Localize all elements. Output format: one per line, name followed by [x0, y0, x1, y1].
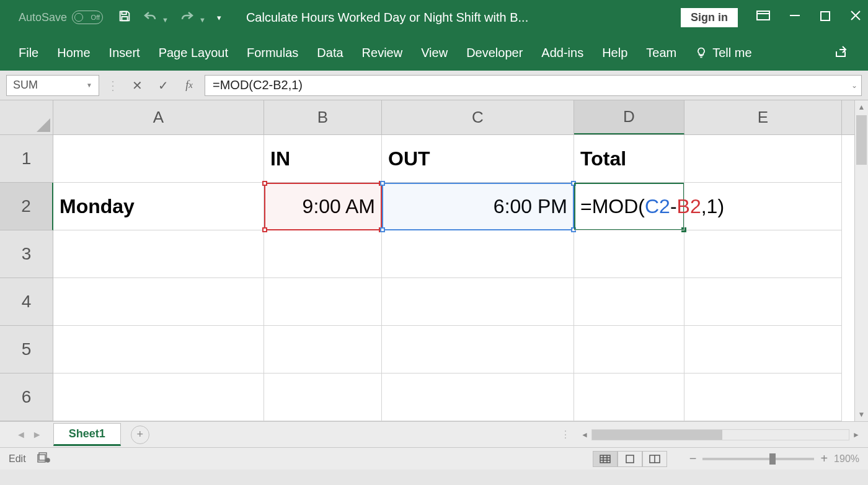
minimize-icon[interactable]	[789, 9, 801, 25]
cell-c3[interactable]	[382, 230, 574, 278]
vscroll-track[interactable]	[855, 114, 868, 408]
zoom-percent[interactable]: 190%	[834, 453, 859, 465]
cell-e4[interactable]	[684, 278, 842, 326]
add-sheet-button[interactable]: +	[131, 426, 149, 444]
formula-input[interactable]: =MOD(C2-B2,1) ⌄	[205, 75, 862, 96]
cells-area[interactable]: IN OUT Total Monday 9:00 AM 6:00 PM =MOD…	[53, 135, 854, 421]
chevron-down-icon[interactable]: ▼	[86, 82, 92, 89]
cell-b5[interactable]	[264, 326, 382, 374]
column-header-c[interactable]: C	[382, 100, 574, 134]
row-header-4[interactable]: 4	[0, 278, 53, 326]
scroll-down-icon[interactable]: ▼	[855, 408, 868, 421]
view-page-break-icon[interactable]	[642, 451, 667, 467]
tab-data[interactable]: Data	[317, 46, 343, 60]
tab-developer[interactable]: Developer	[466, 46, 523, 60]
ribbon-display-icon[interactable]	[756, 9, 770, 25]
autosave-toggle[interactable]: AutoSave Off	[19, 11, 103, 24]
zoom-thumb[interactable]	[769, 453, 776, 465]
cell-a4[interactable]	[53, 278, 264, 326]
tab-view[interactable]: View	[421, 46, 448, 60]
name-box[interactable]: SUM ▼	[6, 75, 99, 96]
vertical-scrollbar[interactable]: ▲ ▼	[854, 100, 868, 421]
cell-a6[interactable]	[53, 374, 264, 421]
zoom-out-button[interactable]: −	[689, 452, 697, 466]
row-header-5[interactable]: 5	[0, 326, 53, 374]
row-header-3[interactable]: 3	[0, 230, 53, 278]
cell-e6[interactable]	[684, 374, 842, 421]
cell-d3[interactable]	[574, 230, 684, 278]
cell-b6[interactable]	[264, 374, 382, 421]
sheet-tab-sheet1[interactable]: Sheet1	[53, 423, 121, 446]
cell-e5[interactable]	[684, 326, 842, 374]
cell-e1[interactable]	[684, 135, 842, 183]
maximize-icon[interactable]	[820, 9, 831, 25]
save-icon[interactable]	[118, 9, 131, 26]
enter-formula-icon[interactable]: ✓	[153, 75, 174, 96]
hscroll-thumb[interactable]	[592, 430, 722, 440]
undo-icon[interactable]: ▼	[143, 10, 169, 25]
horizontal-scrollbar[interactable]: ◄ ►	[578, 429, 863, 441]
svg-rect-15	[626, 455, 634, 463]
cell-a1[interactable]	[53, 135, 264, 183]
cell-d1[interactable]: Total	[574, 135, 684, 183]
view-page-layout-icon[interactable]	[618, 451, 642, 467]
vscroll-thumb[interactable]	[856, 115, 867, 165]
tab-add-ins[interactable]: Add-ins	[541, 46, 583, 60]
cell-d2[interactable]: =MOD(C2-B2,1)	[574, 183, 684, 230]
tab-review[interactable]: Review	[362, 46, 403, 60]
scroll-up-icon[interactable]: ▲	[855, 100, 868, 114]
sign-in-button[interactable]: Sign in	[681, 8, 738, 27]
row-header-2[interactable]: 2	[0, 183, 53, 230]
cell-b1[interactable]: IN	[264, 135, 382, 183]
column-header-e[interactable]: E	[684, 100, 842, 134]
insert-function-icon[interactable]: fx	[179, 75, 200, 96]
hscroll-track[interactable]	[591, 429, 849, 440]
tab-formulas[interactable]: Formulas	[247, 46, 298, 60]
column-header-a[interactable]: A	[53, 100, 264, 134]
share-icon[interactable]	[835, 45, 849, 61]
cell-d5[interactable]	[574, 326, 684, 374]
scroll-right-icon[interactable]: ►	[849, 430, 863, 439]
cell-a5[interactable]	[53, 326, 264, 374]
row-header-1[interactable]: 1	[0, 135, 53, 183]
cell-c2[interactable]: 6:00 PM	[382, 183, 574, 230]
cell-c5[interactable]	[382, 326, 574, 374]
autosave-switch[interactable]: Off	[72, 11, 103, 24]
cell-c1[interactable]: OUT	[382, 135, 574, 183]
cell-b4[interactable]	[264, 278, 382, 326]
sheet-nav-prev-icon[interactable]: ◄	[16, 429, 26, 440]
macro-record-icon[interactable]	[37, 452, 51, 466]
column-header-d[interactable]: D	[574, 100, 684, 134]
scroll-left-icon[interactable]: ◄	[578, 430, 591, 439]
cell-a3[interactable]	[53, 230, 264, 278]
cell-b2[interactable]: 9:00 AM	[264, 183, 382, 230]
cancel-formula-icon[interactable]: ✕	[126, 75, 148, 96]
cell-c6[interactable]	[382, 374, 574, 421]
column-headers: A B C D E	[0, 100, 854, 135]
cell-b3[interactable]	[264, 230, 382, 278]
row-header-6[interactable]: 6	[0, 374, 53, 421]
expand-formula-icon[interactable]: ⌄	[851, 81, 857, 90]
cell-d6[interactable]	[574, 374, 684, 421]
cell-e3[interactable]	[684, 230, 842, 278]
redo-icon[interactable]: ▼	[180, 10, 206, 25]
cell-c4[interactable]	[382, 278, 574, 326]
column-header-b[interactable]: B	[264, 100, 382, 134]
view-normal-icon[interactable]	[593, 451, 618, 467]
tab-home[interactable]: Home	[57, 46, 90, 60]
close-icon[interactable]	[849, 9, 862, 25]
customize-qat-icon[interactable]: ▾	[217, 13, 221, 22]
tab-team[interactable]: Team	[646, 46, 676, 60]
zoom-in-button[interactable]: +	[820, 452, 828, 466]
tab-page-layout[interactable]: Page Layout	[159, 46, 228, 60]
zoom-slider[interactable]	[702, 458, 814, 460]
cell-d4[interactable]	[574, 278, 684, 326]
sheet-nav-next-icon[interactable]: ►	[32, 429, 42, 440]
tab-insert[interactable]: Insert	[109, 46, 140, 60]
tell-me-search[interactable]: Tell me	[695, 46, 751, 60]
tab-help[interactable]: Help	[602, 46, 627, 60]
select-all-corner[interactable]	[0, 100, 53, 134]
cell-a2[interactable]: Monday	[53, 183, 264, 230]
tab-file[interactable]: File	[19, 46, 38, 60]
spreadsheet-grid: A B C D E 1 2 3 4 5 6 IN OUT Total	[0, 100, 868, 421]
